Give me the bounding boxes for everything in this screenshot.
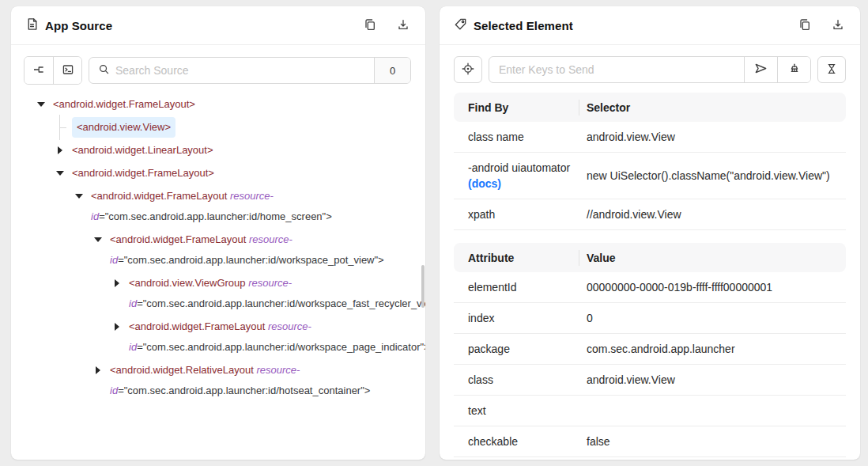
table-row: checked false bbox=[454, 457, 846, 460]
table-row: elementId 00000000-0000-019b-ffff-ffff00… bbox=[454, 272, 846, 303]
find-by-label: xpath bbox=[454, 206, 587, 222]
selected-element-panel: Selected Element bbox=[440, 6, 860, 460]
selector-value: android.view.View bbox=[587, 129, 846, 145]
table-row: -android uiautomator (docs) new UiSelect… bbox=[454, 153, 846, 199]
attribute-value: 0 bbox=[587, 310, 846, 326]
appium-inspector-page: App Source bbox=[0, 0, 868, 466]
tree-node[interactable]: <android.widget.LinearLayout> bbox=[24, 140, 411, 161]
tree-node[interactable]: <android.widget.FrameLayout resource- id… bbox=[24, 316, 411, 358]
source-toolbar: 0 bbox=[24, 56, 411, 85]
clear-keys-button[interactable] bbox=[777, 57, 810, 82]
caret-down-icon[interactable] bbox=[32, 94, 51, 115]
docs-link[interactable]: (docs) bbox=[468, 177, 501, 190]
app-source-body: 0 <android.widget.FrameLayout> <android.… bbox=[11, 45, 425, 460]
paper-plane-icon bbox=[754, 62, 768, 78]
selected-element-actions bbox=[797, 17, 846, 35]
toggle-attributes-button[interactable] bbox=[25, 57, 53, 84]
find-by-label: -android uiautomator (docs) bbox=[454, 160, 587, 191]
search-left bbox=[89, 58, 374, 83]
terminal-icon bbox=[62, 63, 74, 78]
download-icon bbox=[397, 18, 409, 33]
tree-node[interactable]: <android.widget.RelativeLayout resource-… bbox=[24, 360, 411, 401]
selected-element-title-wrap: Selected Element bbox=[454, 17, 797, 34]
find-by-table-header: Find By Selector bbox=[454, 93, 846, 122]
caret-right-icon[interactable] bbox=[108, 273, 126, 294]
caret-down-icon[interactable] bbox=[89, 229, 108, 250]
leaf-line bbox=[51, 117, 70, 138]
attribute-value: false bbox=[587, 434, 846, 449]
tag-icon bbox=[454, 17, 467, 34]
find-by-table: Find By Selector class name android.view… bbox=[454, 93, 846, 230]
send-keys-toolbar bbox=[454, 56, 846, 83]
caret-down-icon[interactable] bbox=[51, 163, 70, 184]
tree-node[interactable]: <android.view.ViewGroup resource- id="co… bbox=[24, 273, 411, 314]
attributes-table: Attribute Value elementId 00000000-0000-… bbox=[454, 243, 846, 460]
search-source-box: 0 bbox=[89, 57, 411, 84]
caret-right-icon[interactable] bbox=[89, 360, 108, 381]
caret-right-icon[interactable] bbox=[51, 140, 70, 161]
wait-timeout-button[interactable] bbox=[817, 56, 846, 83]
source-code-button[interactable] bbox=[53, 57, 81, 84]
attribute-name: class bbox=[454, 372, 587, 388]
attribute-name: text bbox=[454, 403, 587, 419]
column-header: Find By bbox=[454, 101, 587, 114]
table-row: text bbox=[454, 396, 846, 426]
selected-element-body: Find By Selector class name android.view… bbox=[440, 45, 860, 460]
table-row: index 0 bbox=[454, 303, 846, 334]
table-row: class android.view.View bbox=[454, 365, 846, 396]
file-text-icon bbox=[25, 17, 39, 34]
tree-node[interactable]: <android.widget.FrameLayout resource- id… bbox=[24, 186, 411, 227]
search-match-count: 0 bbox=[374, 58, 410, 83]
app-source-panel: App Source bbox=[11, 6, 425, 460]
copy-attributes-button[interactable] bbox=[797, 17, 813, 35]
attribute-value: android.view.View bbox=[587, 372, 846, 388]
table-row: class name android.view.View bbox=[454, 122, 846, 153]
send-keys-button[interactable] bbox=[744, 57, 777, 82]
attribute-name: elementId bbox=[454, 279, 587, 295]
find-by-label: class name bbox=[454, 129, 587, 145]
search-source-input[interactable] bbox=[115, 64, 365, 77]
tree-node-selected[interactable]: <android.view.View> bbox=[24, 117, 411, 138]
crosshair-icon bbox=[462, 63, 474, 78]
table-row: xpath //android.view.View bbox=[454, 199, 846, 230]
broom-icon bbox=[788, 63, 801, 78]
app-source-title-wrap: App Source bbox=[25, 17, 362, 34]
locate-element-button[interactable] bbox=[454, 56, 482, 83]
download-source-button[interactable] bbox=[395, 17, 411, 35]
app-source-actions bbox=[362, 17, 411, 35]
attribute-value: com.sec.android.app.launcher bbox=[587, 341, 846, 357]
copy-icon bbox=[364, 18, 376, 33]
selected-element-header: Selected Element bbox=[440, 6, 860, 45]
source-tree: <android.widget.FrameLayout> <android.vi… bbox=[24, 94, 411, 401]
download-icon bbox=[832, 18, 844, 33]
selector-value: new UiSelector().className("android.view… bbox=[587, 168, 846, 184]
caret-right-icon[interactable] bbox=[108, 316, 126, 337]
send-keys-group bbox=[489, 56, 811, 83]
selector-value: //android.view.View bbox=[587, 206, 846, 222]
panel-title: Selected Element bbox=[474, 19, 573, 32]
attributes-table-header: Attribute Value bbox=[454, 243, 846, 272]
tree-branch-icon bbox=[32, 63, 45, 78]
download-attributes-button[interactable] bbox=[830, 17, 846, 35]
caret-down-icon[interactable] bbox=[70, 186, 89, 206]
hourglass-icon bbox=[825, 63, 838, 78]
tree-node[interactable]: <android.widget.FrameLayout> bbox=[24, 94, 411, 115]
attribute-value: 00000000-0000-019b-ffff-ffff00000001 bbox=[587, 279, 846, 295]
scrollbar-thumb[interactable] bbox=[421, 265, 425, 308]
attribute-name: checkable bbox=[454, 434, 587, 449]
column-header: Value bbox=[587, 252, 846, 264]
copy-source-button[interactable] bbox=[362, 17, 378, 35]
send-keys-input[interactable] bbox=[489, 57, 744, 82]
attribute-name: index bbox=[454, 310, 587, 326]
app-source-header: App Source bbox=[11, 6, 425, 45]
table-row: package com.sec.android.app.launcher bbox=[454, 334, 846, 365]
attribute-name: package bbox=[454, 341, 587, 357]
table-row: checkable false bbox=[454, 426, 846, 457]
panel-title: App Source bbox=[45, 19, 112, 32]
source-toolbar-group bbox=[24, 56, 82, 85]
column-header: Selector bbox=[587, 101, 846, 114]
column-header: Attribute bbox=[454, 252, 587, 264]
tree-node[interactable]: <android.widget.FrameLayout> bbox=[24, 163, 411, 184]
tree-node[interactable]: <android.widget.FrameLayout resource- id… bbox=[24, 229, 411, 271]
search-icon bbox=[98, 63, 110, 78]
